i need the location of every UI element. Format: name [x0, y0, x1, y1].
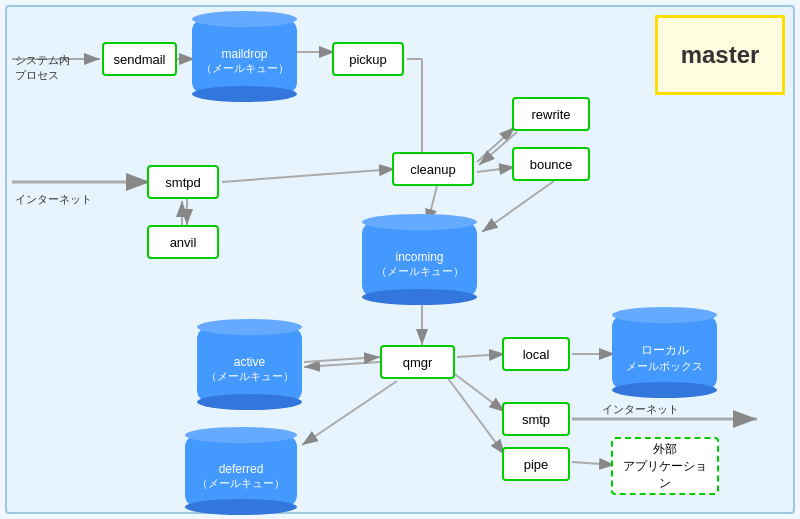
pipe-box: pipe [502, 447, 570, 481]
active-cylinder: active（メールキュー） [197, 327, 302, 402]
qmgr-box: qmgr [380, 345, 455, 379]
cleanup-label: cleanup [410, 162, 456, 177]
svg-line-25 [572, 462, 615, 465]
smtpd-box: smtpd [147, 165, 219, 199]
maildrop-cylinder: maildrop（メールキュー） [192, 19, 297, 94]
smtp-label: smtp [522, 412, 550, 427]
master-box: master [655, 15, 785, 95]
local-box: local [502, 337, 570, 371]
cleanup-box: cleanup [392, 152, 474, 186]
system-process-label: システム内プロセス [15, 53, 70, 83]
sendmail-label: sendmail [113, 52, 165, 67]
rewrite-label: rewrite [531, 107, 570, 122]
pipe-label: pipe [524, 457, 549, 472]
internet-label-right: インターネット [602, 402, 679, 417]
pickup-box: pickup [332, 42, 404, 76]
svg-line-23 [452, 372, 505, 412]
pickup-label: pickup [349, 52, 387, 67]
anvil-label: anvil [170, 235, 197, 250]
svg-line-19 [304, 357, 380, 362]
master-label: master [681, 41, 760, 69]
svg-line-12 [477, 127, 515, 162]
svg-line-20 [302, 381, 397, 445]
external-app-box: 外部アプリケーション [611, 437, 719, 495]
svg-line-24 [447, 377, 505, 455]
qmgr-label: qmgr [403, 355, 433, 370]
svg-line-16 [482, 181, 554, 232]
svg-line-9 [222, 169, 395, 182]
sendmail-box: sendmail [102, 42, 177, 76]
internet-label-left: インターネット [15, 192, 92, 207]
bounce-label: bounce [530, 157, 573, 172]
local-mailbox-cylinder: ローカルメールボックス [612, 315, 717, 390]
external-app-label: 外部アプリケーション [619, 441, 711, 492]
svg-line-21 [457, 354, 505, 357]
smtpd-label: smtpd [165, 175, 200, 190]
diagram-container: master [5, 5, 795, 514]
rewrite-box: rewrite [512, 97, 590, 131]
bounce-box: bounce [512, 147, 590, 181]
incoming-cylinder: incoming（メールキュー） [362, 222, 477, 297]
local-label: local [523, 347, 550, 362]
smtp-box: smtp [502, 402, 570, 436]
anvil-box: anvil [147, 225, 219, 259]
svg-line-18 [304, 362, 380, 367]
svg-line-14 [477, 167, 515, 172]
deferred-cylinder: deferred（メールキュー） [185, 435, 297, 507]
